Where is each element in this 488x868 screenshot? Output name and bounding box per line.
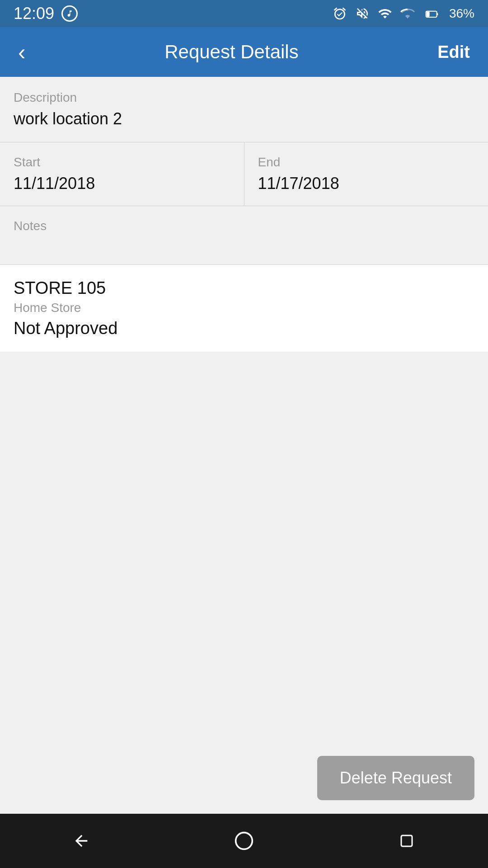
svg-point-3 (236, 833, 253, 849)
end-label: End (258, 155, 475, 170)
store-name: STORE 105 (14, 278, 474, 298)
description-label: Description (14, 90, 474, 105)
android-nav-bar (0, 814, 488, 868)
notes-label: Notes (14, 219, 474, 233)
wifi-icon (378, 6, 392, 21)
edit-button[interactable]: Edit (433, 38, 474, 66)
mute-icon (355, 6, 370, 21)
android-recents-button[interactable] (389, 823, 425, 859)
start-value: 11/11/2018 (14, 174, 230, 193)
bottom-area: Delete Request (0, 445, 488, 814)
store-section: STORE 105 Home Store Not Approved (0, 265, 488, 352)
alarm-icon (333, 6, 347, 21)
start-label: Start (14, 155, 230, 170)
status-time: 12:09 (14, 4, 54, 23)
music-icon (61, 5, 78, 22)
status-bar-right: 36% (333, 6, 474, 21)
app-header: ‹ Request Details Edit (0, 27, 488, 77)
start-section: Start 11/11/2018 (0, 142, 244, 206)
notes-section: Notes (0, 206, 488, 265)
status-bar: 12:09 36% (0, 0, 488, 27)
home-store-label: Home Store (14, 301, 474, 315)
signal-icon (400, 6, 415, 21)
android-home-button[interactable] (226, 823, 262, 859)
description-section: Description work location 2 (0, 77, 488, 142)
svg-rect-1 (427, 12, 430, 17)
page-title: Request Details (164, 41, 298, 63)
dates-section: Start 11/11/2018 End 11/17/2018 (0, 142, 488, 206)
end-section: End 11/17/2018 (244, 142, 488, 206)
battery-icon (423, 6, 441, 21)
delete-button-wrapper: Delete Request (317, 756, 474, 800)
main-content: Description work location 2 Start 11/11/… (0, 77, 488, 445)
end-value: 11/17/2018 (258, 174, 475, 193)
svg-rect-2 (437, 13, 438, 15)
svg-rect-4 (401, 835, 412, 846)
back-button[interactable]: ‹ (14, 36, 30, 68)
description-value: work location 2 (14, 109, 474, 128)
status-bar-left: 12:09 (14, 4, 78, 23)
battery-percent: 36% (449, 6, 474, 21)
android-back-button[interactable] (63, 823, 99, 859)
delete-request-button[interactable]: Delete Request (317, 756, 474, 800)
store-status: Not Approved (14, 319, 474, 338)
